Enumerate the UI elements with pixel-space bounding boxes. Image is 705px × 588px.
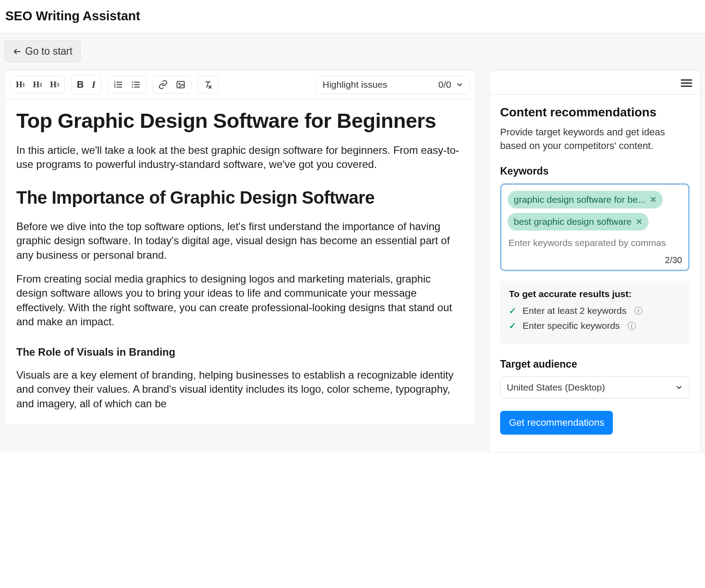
unordered-list-icon <box>131 80 141 89</box>
keywords-count: 2/30 <box>508 255 682 265</box>
ordered-list-icon: 123 <box>113 80 123 89</box>
side-header <box>490 71 700 95</box>
keyword-chip: best graphic design software ✕ <box>508 213 649 231</box>
check-icon: ✓ <box>509 320 516 331</box>
keywords-label: Keywords <box>500 165 690 177</box>
page-title: SEO Writing Assistant <box>5 9 700 23</box>
keywords-input-box[interactable]: graphic design software for be... ✕ best… <box>500 183 690 271</box>
keywords-input[interactable] <box>508 236 682 250</box>
svg-point-10 <box>132 82 133 83</box>
h2-button[interactable]: H2 <box>30 78 45 91</box>
recommendations-desc: Provide target keywords and get ideas ba… <box>500 126 690 153</box>
chevron-down-icon <box>456 81 464 89</box>
content-h2: The Importance of Graphic Design Softwar… <box>16 187 464 208</box>
info-icon[interactable]: i <box>628 322 636 330</box>
format-group: B I <box>71 75 101 94</box>
arrow-left-icon <box>13 47 22 56</box>
tip-text: Enter at least 2 keywords <box>523 305 627 316</box>
get-recommendations-button[interactable]: Get recommendations <box>500 411 613 435</box>
tip-row: ✓ Enter at least 2 keywords i <box>509 305 681 316</box>
main-container: H1 H2 H3 B I 123 <box>0 70 705 453</box>
clear-group <box>197 76 219 93</box>
info-icon[interactable]: i <box>634 307 642 315</box>
tips-title: To get accurate results just: <box>509 289 681 299</box>
list-group: 123 <box>108 76 146 93</box>
svg-point-11 <box>132 84 133 86</box>
check-icon: ✓ <box>509 305 516 316</box>
side-body: Content recommendations Provide target k… <box>490 95 700 452</box>
content-intro: In this article, we'll take a look at th… <box>16 143 464 172</box>
link-icon <box>158 80 168 89</box>
editor-toolbar: H1 H2 H3 B I 123 <box>5 71 475 99</box>
audience-value: United States (Desktop) <box>507 382 605 393</box>
recommendations-title: Content recommendations <box>500 105 690 119</box>
keyword-chips: graphic design software for be... ✕ best… <box>508 191 682 231</box>
svg-point-14 <box>179 83 180 85</box>
unordered-list-button[interactable] <box>128 78 143 91</box>
tip-text: Enter specific keywords <box>523 320 620 331</box>
ordered-list-button[interactable]: 123 <box>111 78 126 91</box>
chip-text: best graphic design software <box>514 216 631 227</box>
chip-text: graphic design software for be... <box>514 194 646 205</box>
content-p4: Visuals are a key element of branding, h… <box>16 368 464 411</box>
image-icon <box>176 80 186 89</box>
chip-remove-icon[interactable]: ✕ <box>636 217 642 227</box>
tip-row: ✓ Enter specific keywords i <box>509 320 681 331</box>
link-button[interactable] <box>156 78 171 91</box>
heading-group: H1 H2 H3 <box>10 76 65 93</box>
italic-button[interactable]: I <box>89 77 98 92</box>
keyword-chip: graphic design software for be... ✕ <box>508 191 663 208</box>
content-p2: From creating social media graphics to d… <box>16 272 464 329</box>
tips-box: To get accurate results just: ✓ Enter at… <box>500 281 690 343</box>
h3-button[interactable]: H3 <box>48 78 62 91</box>
image-button[interactable] <box>173 78 188 91</box>
svg-point-12 <box>132 86 133 88</box>
highlight-count: 0/0 <box>438 79 451 90</box>
content-subheading: The Role of Visuals in Branding <box>16 345 464 359</box>
editor-content[interactable]: Top Graphic Design Software for Beginner… <box>5 99 475 425</box>
h1-button[interactable]: H1 <box>13 78 28 91</box>
menu-icon[interactable] <box>681 78 692 87</box>
chip-remove-icon[interactable]: ✕ <box>650 195 657 205</box>
content-p1: Before we dive into the top software opt… <box>16 220 464 262</box>
clear-format-button[interactable] <box>200 78 215 91</box>
go-to-start-button[interactable]: Go to start <box>4 41 81 62</box>
recommendations-panel: Content recommendations Provide target k… <box>489 70 701 453</box>
go-to-start-label: Go to start <box>25 45 72 57</box>
content-title: Top Graphic Design Software for Beginner… <box>16 109 464 133</box>
editor-panel: H1 H2 H3 B I 123 <box>4 70 476 425</box>
audience-select[interactable]: United States (Desktop) <box>500 376 690 398</box>
insert-group <box>152 76 191 93</box>
bold-button[interactable]: B <box>74 77 86 92</box>
audience-label: Target audience <box>500 358 690 370</box>
chevron-down-icon <box>675 383 683 391</box>
clear-format-icon <box>203 80 213 89</box>
highlight-issues-dropdown[interactable]: Highlight issues 0/0 <box>316 75 470 94</box>
svg-text:3: 3 <box>114 85 116 88</box>
highlight-label: Highlight issues <box>323 79 387 90</box>
app-header: SEO Writing Assistant <box>0 0 705 33</box>
top-bar: Go to start <box>0 33 705 70</box>
